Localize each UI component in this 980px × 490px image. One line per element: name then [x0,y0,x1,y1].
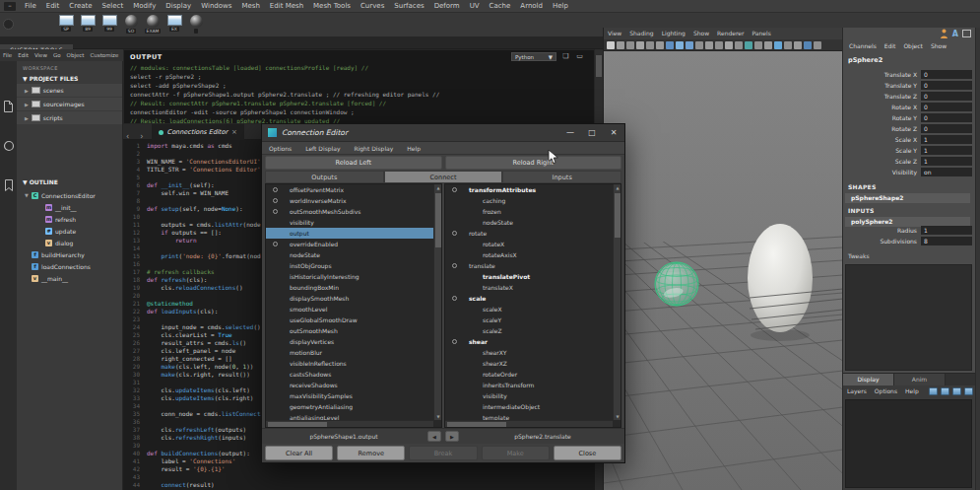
ide-menu-item[interactable]: Customize [88,49,122,61]
bookmark-icon[interactable] [4,179,14,191]
expand-circle-icon[interactable] [452,263,457,268]
channel-label[interactable]: Subdivisions [880,238,917,245]
attribute-row[interactable]: scaleX [445,304,613,315]
attribute-row[interactable]: antialiasingLevel [266,412,433,420]
outline-header[interactable]: ▼ OUTLINE [17,176,122,187]
menu-item[interactable]: Surfaces [389,0,428,13]
channel-value-field[interactable]: 1 [921,226,972,235]
channel-label[interactable]: Rotate X [891,104,917,110]
attribute-row[interactable]: output [266,228,433,239]
shelf-button[interactable]: EX [165,15,183,34]
reload-right-button[interactable]: Reload Right [445,156,622,170]
shelf-button[interactable]: 99 [100,15,118,34]
attribute-row[interactable]: worldInverseMatrix [266,195,433,206]
project-folder-item[interactable]: ▶ sourceimages [17,98,122,110]
outline-item[interactable]: v dialog [17,237,122,248]
attribute-row[interactable]: translateX [445,282,613,293]
shelf-gear-icon[interactable] [3,19,14,30]
close-tab-icon[interactable]: × [231,128,237,136]
attribute-editor-icon[interactable]: A [952,30,958,38]
dialog-action-button[interactable]: Close [554,446,621,460]
channel-label[interactable]: Rotate Z [891,125,917,132]
channel-value-field[interactable]: 1 [921,146,972,155]
move-layer-down-icon[interactable] [964,387,973,395]
attribute-row[interactable]: intermediateObject [445,401,613,412]
menu-item[interactable]: Mesh Tools [308,0,356,13]
expand-circle-icon[interactable] [452,231,457,236]
attribute-row[interactable]: castsShadows [266,369,433,380]
file-icon[interactable] [3,101,14,112]
viewport-tool-icon[interactable] [636,41,644,49]
channelbox-menu-item[interactable]: Show [927,40,950,52]
channel-value-field[interactable]: 0 [921,113,972,122]
mode-segment-button[interactable]: Outputs [265,171,384,183]
channelbox-node-name[interactable]: pSphere2 [848,56,882,64]
viewport-tool-icon[interactable] [705,41,713,49]
mode-segment-button[interactable]: Connect [384,171,503,183]
console-filter-dropdown[interactable]: Python▼ [511,52,556,61]
viewport-menu-item[interactable]: View [604,28,625,39]
project-folder-item[interactable]: ▶ scripts [17,111,122,124]
attribute-row[interactable]: displaySmoothMesh [266,293,433,304]
channel-value-field[interactable]: 8 [921,237,972,245]
channel-label[interactable]: Translate Y [884,82,917,89]
viewport-tool-icon[interactable] [804,41,812,49]
expand-circle-icon[interactable] [273,209,278,214]
attribute-row[interactable]: shear [445,336,613,347]
outline-item[interactable]: m refresh [17,213,122,225]
outline-item[interactable]: f loadConnections [17,260,122,272]
attribute-row[interactable]: rotateX [445,239,613,249]
new-layer-icon[interactable] [929,387,938,395]
tool-settings-icon[interactable] [962,30,971,37]
dialog-action-button[interactable]: Break [409,446,477,460]
project-folder-item[interactable]: ▶ scenes [17,84,122,97]
attribute-row[interactable]: overrideEnabled [266,239,433,249]
inputs-hscrollbar[interactable] [445,420,613,427]
shelf-button[interactable]: EXAM [144,15,162,34]
channel-value-field[interactable]: 0 [921,103,972,111]
shelf-button[interactable]: SO [122,15,140,34]
expand-circle-icon[interactable] [273,242,278,246]
collapse-panel-icon[interactable]: ▭ [575,52,584,61]
channel-value-field[interactable]: 0 [921,70,972,79]
window-menu-icon[interactable]: – [4,2,16,11]
outline-item[interactable]: # update [17,225,122,237]
attribute-row[interactable]: rotateOrder [445,369,613,380]
attribute-row[interactable]: scale [445,293,613,304]
dialog-titlebar[interactable]: Connection Editor — □ ✕ [262,124,624,142]
viewport-tool-icon[interactable] [735,41,743,49]
channel-label[interactable]: Scale Y [895,147,917,154]
channelbox-menu-item[interactable]: Object [899,40,927,52]
channel-value-field[interactable]: 1 [921,157,972,166]
split-panel-icon[interactable]: ❏ [561,52,570,61]
channel-label[interactable]: Scale X [895,136,917,143]
channel-label[interactable]: Scale Z [895,158,917,165]
layer-menu-item[interactable]: Options [871,385,901,397]
channel-value-field[interactable]: 0 [921,92,972,101]
reload-left-button[interactable]: Reload Left [265,156,442,170]
menu-item[interactable]: Windows [196,0,236,13]
attribute-row[interactable]: outSmoothMeshSubdivs [266,206,433,217]
channel-label[interactable]: Rotate Y [892,114,917,121]
menu-item[interactable]: Curves [356,0,389,13]
shelf-button[interactable] [187,15,205,34]
menu-item[interactable]: Cache [485,0,516,13]
expand-circle-icon[interactable] [452,339,457,344]
move-layer-up-icon[interactable] [952,387,961,395]
menu-item[interactable]: Help [548,0,573,13]
attribute-row[interactable]: rotate [445,228,613,239]
inputs-scrollbar[interactable]: ▲ ▼ [613,184,621,420]
attribute-row[interactable]: outSmoothMesh [266,325,433,336]
attribute-row[interactable]: rotateAxisX [445,249,613,260]
outline-item[interactable]: v __main__ [17,272,122,284]
swap-left-icon[interactable]: ◀ [427,431,441,442]
attribute-row[interactable]: instObjGroups [266,260,433,271]
menu-item[interactable]: Mesh [236,0,264,13]
editor-tab[interactable]: Connections Editor × [152,124,244,140]
shelf-button[interactable]: 89 [79,15,97,34]
layer-menu-item[interactable]: Layers [843,385,871,397]
attribute-row[interactable]: maxVisibilitySamples [266,390,433,401]
outline-item[interactable]: m __init__ [17,201,122,213]
attribute-row[interactable]: template [445,412,613,420]
attribute-row[interactable]: transformAttributes [445,184,613,195]
